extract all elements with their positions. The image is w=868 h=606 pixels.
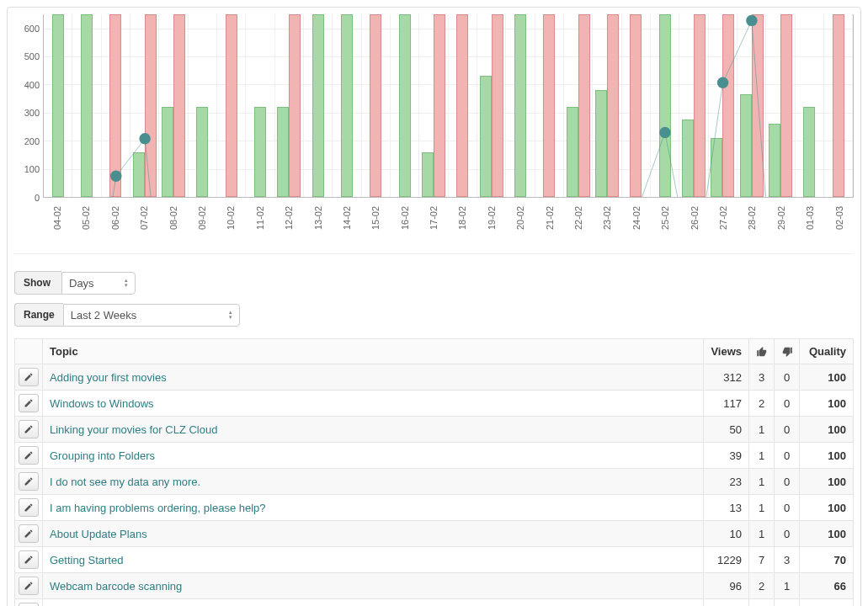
- x-tick: 02-03: [834, 204, 844, 232]
- green-bar: [399, 14, 411, 197]
- edit-button[interactable]: [19, 472, 39, 491]
- topic-link[interactable]: Webcam barcode scanning: [50, 580, 182, 593]
- quality-cell: 70: [800, 547, 854, 573]
- table-row: About Update Plans1010100: [15, 521, 854, 547]
- x-tick: 14-02: [342, 204, 352, 232]
- green-bar: [277, 107, 289, 197]
- bar-group: [709, 14, 738, 197]
- quality-cell: 100: [800, 521, 854, 547]
- red-bar: [780, 14, 792, 197]
- bar-group: [159, 14, 188, 197]
- edit-button[interactable]: [19, 498, 39, 517]
- red-bar: [145, 14, 157, 197]
- topics-table: Topic Views Quality Adding your first mo…: [14, 338, 854, 606]
- down-cell: 0: [775, 495, 800, 521]
- topic-link[interactable]: I do not see my data any more.: [50, 476, 200, 488]
- green-bar: [740, 94, 752, 197]
- chevron-updown-icon: ▴▾: [229, 310, 232, 320]
- topic-link[interactable]: Windows to Windows: [50, 397, 154, 410]
- edit-button[interactable]: [19, 368, 39, 386]
- bar-group: [564, 14, 593, 197]
- topic-link[interactable]: About Update Plans: [50, 528, 147, 540]
- up-cell: 1: [749, 521, 775, 547]
- bar-group: [593, 14, 621, 197]
- down-cell: 0: [775, 443, 800, 469]
- thumbs-down-icon: [781, 346, 793, 358]
- y-tick: 400: [24, 80, 40, 90]
- green-bar: [422, 152, 434, 197]
- x-tick: 21-02: [545, 204, 555, 232]
- table-header-topic[interactable]: Topic: [43, 339, 704, 364]
- topic-link[interactable]: Grouping into Folders: [50, 449, 155, 462]
- show-select-value: Days: [69, 277, 94, 290]
- edit-button[interactable]: [19, 577, 39, 595]
- green-bar: [133, 152, 145, 197]
- green-bar: [196, 107, 208, 197]
- bar-group: [824, 14, 853, 197]
- bar-group: [796, 14, 824, 197]
- down-cell: 1: [775, 573, 800, 599]
- topic-link[interactable]: Getting Started: [50, 554, 123, 566]
- x-tick: 18-02: [458, 204, 468, 232]
- quality-cell: 100: [800, 417, 854, 443]
- thumbs-up-icon: [756, 346, 768, 358]
- bar-group: [275, 14, 304, 197]
- red-bar: [226, 14, 237, 197]
- green-bar: [682, 120, 694, 197]
- show-select[interactable]: Days ▴▾: [61, 272, 136, 295]
- green-bar: [595, 90, 607, 197]
- green-bar: [514, 14, 526, 197]
- topic-link[interactable]: Linking your movies for CLZ Cloud: [50, 423, 217, 436]
- table-header-row: Topic Views Quality: [15, 339, 854, 364]
- x-tick: 29-02: [776, 204, 786, 232]
- red-bar: [543, 14, 555, 197]
- bar-group: [477, 14, 506, 197]
- y-tick: 600: [24, 24, 40, 34]
- x-tick: 07-02: [139, 204, 149, 232]
- edit-button[interactable]: [19, 394, 39, 412]
- chart: 0100200300400500600 04-0205-0206-0207-02…: [14, 14, 854, 233]
- table-row: I am having problems ordering, please he…: [15, 495, 854, 521]
- bar-group: [189, 14, 217, 197]
- bar-group: [72, 14, 101, 197]
- up-cell: 1: [749, 469, 775, 495]
- down-cell: 0: [775, 364, 800, 391]
- red-bar: [578, 14, 590, 197]
- show-label: Show: [14, 271, 61, 295]
- table-header-thumbs-up[interactable]: [749, 339, 775, 364]
- y-tick: 200: [24, 136, 40, 146]
- topic-link[interactable]: Adding your first movies: [50, 371, 167, 384]
- edit-button[interactable]: [19, 420, 39, 439]
- green-bar: [567, 107, 578, 197]
- x-tick: 17-02: [429, 204, 439, 232]
- bar-group: [622, 14, 651, 197]
- y-tick: 0: [35, 193, 40, 203]
- down-cell: 3: [775, 547, 800, 573]
- edit-button[interactable]: [19, 524, 39, 543]
- red-bar: [607, 14, 619, 197]
- x-tick: 25-02: [660, 204, 670, 232]
- edit-button[interactable]: [19, 446, 39, 465]
- x-tick: 15-02: [370, 204, 381, 232]
- table-row: Linking your movies for CLZ Cloud5010100: [15, 417, 854, 443]
- x-tick: 09-02: [197, 204, 207, 232]
- up-cell: 1: [749, 417, 775, 443]
- views-cell: 50: [704, 417, 749, 443]
- green-bar: [480, 76, 492, 197]
- chart-y-axis: 0100200300400500600: [14, 14, 43, 198]
- table-header-thumbs-down[interactable]: [775, 339, 800, 364]
- red-bar: [492, 14, 503, 197]
- range-select-value: Last 2 Weeks: [71, 309, 137, 322]
- table-row: Windows to Windows11720100: [15, 391, 854, 417]
- green-bar: [769, 124, 780, 197]
- table-header-quality[interactable]: Quality: [800, 339, 854, 364]
- bar-group: [246, 14, 274, 197]
- green-bar: [659, 14, 671, 197]
- edit-button[interactable]: [19, 550, 39, 569]
- table-header-views[interactable]: Views: [704, 339, 749, 364]
- edit-button[interactable]: [19, 603, 39, 606]
- views-cell: 39: [704, 443, 749, 469]
- green-bar: [312, 14, 324, 197]
- range-select[interactable]: Last 2 Weeks ▴▾: [63, 304, 240, 327]
- topic-link[interactable]: I am having problems ordering, please he…: [50, 502, 266, 514]
